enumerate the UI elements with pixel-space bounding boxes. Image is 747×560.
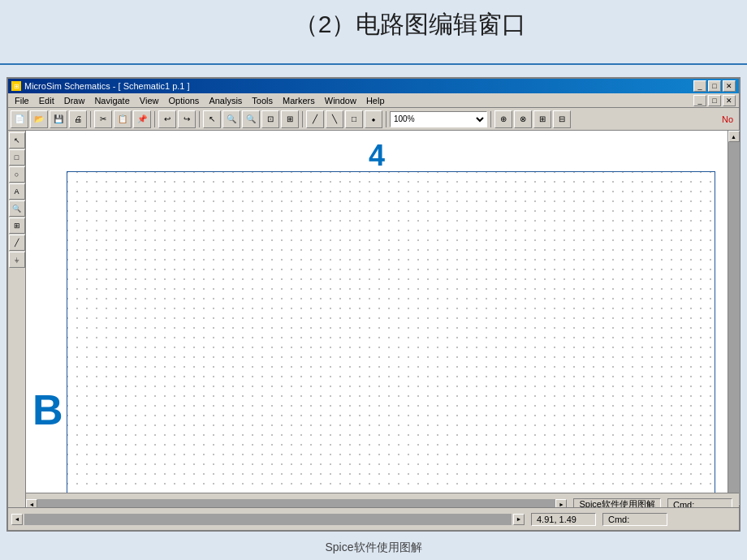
menu-bar: File Edit Draw Navigate View Options Ana… <box>8 93 739 108</box>
lt-wire[interactable]: ╱ <box>9 235 25 251</box>
toolbar-print[interactable]: 🖨 <box>69 110 87 128</box>
toolbar-open[interactable]: 📂 <box>30 110 48 128</box>
slide-title: （2）电路图编辑窗口 <box>73 8 747 41</box>
toolbar-zoomout[interactable]: 🔍 <box>242 110 260 128</box>
top-bar: （2）电路图编辑窗口 <box>0 0 747 65</box>
toolbar-cut[interactable]: ✂ <box>94 110 112 128</box>
right-scrollbar[interactable]: ▲ ▼ <box>728 131 739 515</box>
scroll-up-button[interactable]: ▲ <box>728 131 740 142</box>
lt-component[interactable]: ⊞ <box>9 218 25 234</box>
toolbar-wire[interactable]: ╱ <box>306 110 324 128</box>
menu-analysis[interactable]: Analysis <box>204 95 247 106</box>
window-titlebar: ⊞ MicroSim Schematics - [ Schematic1 p.1… <box>8 79 739 93</box>
inner-window-controls[interactable]: _ □ ✕ <box>693 95 737 106</box>
area-label-b: B <box>32 386 63 434</box>
separator-4 <box>302 111 303 127</box>
toolbar: 📄 📂 💾 🖨 ✂ 📋 📌 ↩ ↪ ↖ 🔍 🔍 ⊡ ⊞ ╱ ╲ □ ⬥ 100%… <box>8 108 739 131</box>
inner-close-button[interactable]: ✕ <box>723 95 736 106</box>
toolbar-extra2[interactable]: ⊗ <box>514 110 532 128</box>
toolbar-undo[interactable]: ↩ <box>158 110 176 128</box>
window-icon: ⊞ <box>11 81 21 91</box>
lt-text[interactable]: A <box>9 183 25 200</box>
inner-minimize-button[interactable]: _ <box>693 95 706 106</box>
toolbar-redo[interactable]: ↪ <box>178 110 196 128</box>
schematic-border <box>67 171 715 499</box>
maximize-button[interactable]: □ <box>708 80 721 92</box>
scroll-right-btn2[interactable]: ► <box>513 514 525 525</box>
toolbar-marker[interactable]: ⬥ <box>365 110 382 128</box>
separator-6 <box>490 111 491 127</box>
coord-display: 4.91, 1.49 <box>531 513 596 526</box>
schematic-canvas[interactable]: 4 B <box>26 131 728 515</box>
menu-edit[interactable]: Edit <box>34 95 59 106</box>
toolbar-zoomin[interactable]: 🔍 <box>222 110 240 128</box>
window-title-area: ⊞ MicroSim Schematics - [ Schematic1 p.1… <box>11 81 190 91</box>
lt-select[interactable]: ↖ <box>9 132 25 149</box>
toolbar-extra4[interactable]: ⊟ <box>553 110 571 128</box>
toolbar-paste[interactable]: 📌 <box>133 110 151 128</box>
content-area: ↖ □ ○ A 🔍 ⊞ ╱ ⏚ 4 B <box>8 131 739 515</box>
toolbar-junction[interactable]: □ <box>345 110 363 128</box>
inner-maximize-button[interactable]: □ <box>708 95 721 106</box>
menu-view[interactable]: View <box>135 95 164 106</box>
toolbar-extra1[interactable]: ⊕ <box>494 110 512 128</box>
zoom-dropdown[interactable]: 100% 50% 200% <box>390 111 487 127</box>
left-toolbar: ↖ □ ○ A 🔍 ⊞ ╱ ⏚ <box>8 131 26 515</box>
microsim-window: ⊞ MicroSim Schematics - [ Schematic1 p.1… <box>6 77 741 532</box>
separator-2 <box>154 111 155 127</box>
toolbar-copy[interactable]: 📋 <box>114 110 132 128</box>
scroll-track-v[interactable] <box>728 142 740 504</box>
menu-help[interactable]: Help <box>361 95 390 106</box>
toolbar-save[interactable]: 💾 <box>50 110 67 128</box>
cmd-display: Cmd: <box>602 513 667 526</box>
menu-markers[interactable]: Markers <box>278 95 320 106</box>
toolbar-bus[interactable]: ╲ <box>326 110 343 128</box>
h-scroll-track2[interactable] <box>24 514 512 525</box>
area-label-4: 4 <box>369 139 385 173</box>
menu-tools[interactable]: Tools <box>247 95 278 106</box>
lt-zoom[interactable]: 🔍 <box>9 200 25 217</box>
lt-ground[interactable]: ⏚ <box>9 252 25 268</box>
toolbar-zoomarea[interactable]: ⊞ <box>281 110 299 128</box>
toolbar-zoomfit[interactable]: ⊡ <box>261 110 279 128</box>
dot-grid <box>67 172 715 498</box>
toolbar-new[interactable]: 📄 <box>11 110 28 128</box>
window-controls[interactable]: _ □ ✕ <box>693 80 736 92</box>
separator-1 <box>90 111 91 127</box>
horizontal-divider <box>0 63 747 65</box>
menu-options[interactable]: Options <box>163 95 204 106</box>
status-bar-bottom: ◄ ► 4.91, 1.49 Cmd: <box>8 507 739 530</box>
slide-footer: Spice软件使用图解 <box>0 536 747 560</box>
toolbar-extra3[interactable]: ⊞ <box>533 110 551 128</box>
cmd-display-label: Cmd: <box>608 515 629 524</box>
close-button[interactable]: ✕ <box>723 80 736 92</box>
scroll-left-btn2[interactable]: ◄ <box>11 514 23 525</box>
menu-window[interactable]: Window <box>320 95 361 106</box>
separator-3 <box>199 111 200 127</box>
lt-ellipse[interactable]: ○ <box>9 166 25 183</box>
window-title-text: MicroSim Schematics - [ Schematic1 p.1 ] <box>24 81 190 91</box>
menu-navigate[interactable]: Navigate <box>89 95 134 106</box>
toolbar-select[interactable]: ↖ <box>203 110 221 128</box>
menu-draw[interactable]: Draw <box>59 95 90 106</box>
footer-label: Spice软件使用图解 <box>325 541 421 555</box>
toolbar-no-label: No <box>719 114 736 124</box>
minimize-button[interactable]: _ <box>693 80 706 92</box>
menu-file[interactable]: File <box>10 95 34 106</box>
lt-rect[interactable]: □ <box>9 149 25 166</box>
separator-5 <box>386 111 386 127</box>
